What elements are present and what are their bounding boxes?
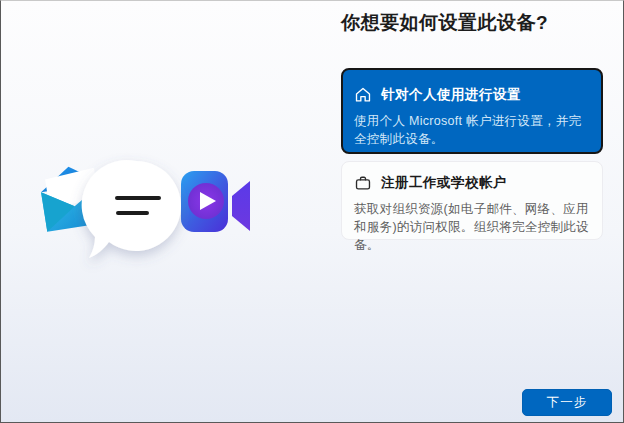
home-icon [354,86,372,104]
next-button[interactable]: 下一步 [522,389,612,416]
page-title: 你想要如何设置此设备? [341,10,611,36]
option-work-header: 注册工作或学校帐户 [354,172,590,194]
communication-illustration [29,139,263,273]
option-personal-header: 针对个人使用进行设置 [354,84,590,106]
option-work-description: 获取对组织资源(如电子邮件、网络、应用和服务)的访问权限。组织将完全控制此设备。 [354,200,590,254]
oobe-setup-window: 你想要如何设置此设备? 针对个人使用进行设置 使用个人 Microsoft 帐户… [0,0,624,423]
option-work-title: 注册工作或学校帐户 [381,174,507,192]
option-personal-description: 使用个人 Microsoft 帐户进行设置，并完全控制此设备。 [354,112,590,148]
video-camera-icon [181,171,250,232]
briefcase-icon [354,174,372,192]
option-work-school[interactable]: 注册工作或学校帐户 获取对组织资源(如电子邮件、网络、应用和服务)的访问权限。组… [341,161,603,240]
chat-bubble-icon [82,160,181,258]
option-personal-title: 针对个人使用进行设置 [381,86,521,104]
setup-options: 针对个人使用进行设置 使用个人 Microsoft 帐户进行设置，并完全控制此设… [341,68,603,240]
option-personal-use[interactable]: 针对个人使用进行设置 使用个人 Microsoft 帐户进行设置，并完全控制此设… [341,68,603,154]
